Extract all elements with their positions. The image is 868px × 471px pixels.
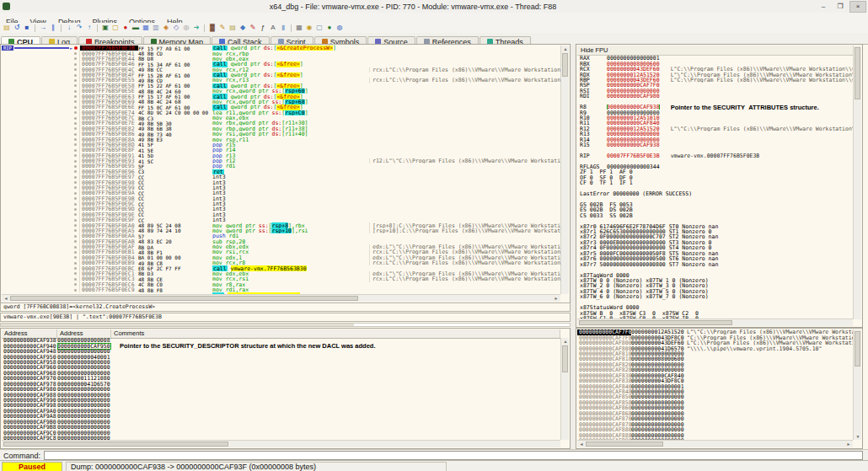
app-icon (3, 3, 10, 10)
disasm-address: 00007FF76B5F0EC9 (79, 287, 138, 292)
window-icon[interactable]: ▢ (315, 24, 324, 32)
status-detail: Dump: 0000000000CAF938 -> 0000000000CAF9… (66, 462, 447, 471)
row-dot-icon (74, 63, 77, 66)
disasm-comment: [rsp+10]:C:\\Program Files (x86)\\VMware… (369, 228, 560, 233)
row-dot-icon (74, 52, 77, 55)
cpu-icon[interactable]: ▣ (101, 24, 110, 32)
references-icon[interactable]: ◎ (182, 24, 190, 32)
dump-horizontal-scrollbar[interactable] (2, 440, 560, 447)
rip-marker: RIP (2, 45, 13, 51)
scroll-up-icon[interactable]: ▲ (561, 338, 570, 345)
bookmarks-icon[interactable]: ◆ (238, 24, 247, 32)
row-dot-icon (74, 90, 77, 93)
registers-horizontal-scrollbar[interactable] (577, 318, 853, 326)
run-icon[interactable]: → (39, 24, 47, 32)
row-dot-icon (74, 79, 77, 82)
log-icon[interactable]: ▢ (111, 24, 120, 32)
scroll-right-icon[interactable]: ► (844, 441, 853, 447)
row-dot-icon (74, 272, 77, 275)
registers-panel: Hide FPU RAX0000000000000001RBX000000000… (576, 44, 863, 328)
dump-comment: Pointer to the SECURITY_DESCRIPTOR struc… (111, 342, 560, 350)
restart-icon[interactable]: ↺ (13, 24, 21, 32)
row-dot-icon (74, 267, 77, 270)
breakpoint-dot-icon[interactable] (74, 46, 78, 50)
row-dot-icon (74, 111, 77, 114)
row-dot-icon (74, 262, 77, 265)
scroll-up-icon[interactable]: ▲ (561, 45, 570, 52)
row-dot-icon (74, 154, 77, 157)
threads-icon[interactable]: ➔ (192, 24, 201, 32)
dump-header-address2[interactable]: Address (57, 329, 111, 338)
registers-vertical-scrollbar[interactable] (853, 45, 861, 319)
step-over-icon[interactable]: ↷ (75, 24, 83, 32)
dump-vertical-scrollbar[interactable]: ▲ (560, 338, 569, 440)
row-dot-icon (74, 219, 77, 222)
row-dot-icon (74, 57, 77, 60)
rip-arrowhead-icon: ► (70, 45, 72, 51)
labels-icon[interactable]: ▤ (228, 24, 237, 32)
breakpoints-icon[interactable]: ● (121, 24, 130, 32)
disasm-comment: rcx:L"C:\\Program Files (x86)\\VMware\\V… (369, 78, 560, 83)
register-comment: L"\"C:\\Program Files (x86)\\VMware\\VMw… (671, 126, 853, 131)
font-icon[interactable]: A (269, 24, 277, 32)
scroll-left-icon[interactable]: ◄ (577, 441, 586, 447)
row-dot-icon (74, 289, 77, 292)
toolbar-separator (61, 24, 62, 32)
execute-till-return-icon[interactable]: ↑ (85, 24, 94, 32)
row-dot-icon (74, 235, 77, 238)
bug-icon[interactable]: ● (325, 24, 334, 32)
memory-chip-icon[interactable]: ▦ (295, 24, 303, 32)
highlight-icon[interactable]: ▮ (279, 24, 287, 32)
register-comment: Pointer to the SECURITY_ATTRIBUTES struc… (671, 104, 819, 110)
row-dot-icon (74, 186, 77, 189)
open-file-icon[interactable]: ▤ (3, 24, 11, 32)
dump-header-address1[interactable]: Address (2, 329, 57, 338)
command-input[interactable] (44, 451, 863, 460)
disassembly-horizontal-scrollbar[interactable]: ◄ ► (2, 294, 560, 302)
stack-horizontal-scrollbar[interactable]: ◄ ► (577, 440, 853, 447)
menu-bar: FileViewDebugPluginsOptionsHelp (0, 13, 868, 23)
row-dot-icon (74, 68, 77, 71)
row-dot-icon (74, 197, 77, 200)
symbols-icon[interactable]: ◈ (162, 24, 170, 32)
source-icon[interactable]: ◇ (172, 24, 180, 32)
bulb-icon[interactable]: ◉ (305, 24, 313, 32)
info-icon[interactable]: ◍ (335, 24, 344, 32)
close-button[interactable]: × (849, 1, 866, 13)
register-comment: vmware-vmx.00007FF76B5F0E3B (671, 153, 760, 158)
row-dot-icon (74, 176, 77, 179)
stack-vertical-scrollbar[interactable]: ▼ (853, 329, 861, 440)
row-dot-icon (74, 127, 77, 130)
row-dot-icon (74, 138, 77, 141)
row-dot-icon (74, 95, 77, 98)
status-badge: Paused (2, 462, 62, 471)
window-title: x64_dbg - File: vmware-vmx.exe - PID: 77… (10, 3, 816, 11)
eraser-icon[interactable]: ✎ (249, 24, 257, 32)
toolbar-separator (97, 24, 98, 32)
fx-icon[interactable]: ƒ (259, 24, 267, 32)
scroll-left-icon[interactable]: ◄ (2, 295, 10, 302)
pause-icon[interactable]: ∥ (49, 24, 57, 32)
hide-fpu-button[interactable]: Hide FPU (577, 45, 853, 56)
call-stack-icon[interactable]: ▦ (142, 24, 150, 32)
row-dot-icon (74, 246, 77, 249)
memory-map-icon[interactable]: ▬ (131, 24, 140, 32)
scroll-down-icon[interactable]: ▼ (854, 433, 862, 440)
row-dot-icon (74, 84, 77, 87)
script-icon[interactable]: ▥ (152, 24, 160, 32)
rip-arrow (14, 47, 69, 49)
disassembly-vertical-scrollbar[interactable]: ▲ (560, 45, 569, 294)
step-into-icon[interactable]: ↓ (65, 24, 73, 32)
row-dot-icon (74, 170, 77, 173)
patches-icon[interactable]: ▓ (208, 24, 217, 32)
dump-header-comments[interactable]: Comments (111, 329, 560, 338)
scroll-right-icon[interactable]: ► (552, 295, 560, 302)
comments-icon[interactable]: ✎ (218, 24, 227, 32)
restore-button[interactable]: ❐ (833, 2, 848, 12)
stop-icon[interactable]: ■ (23, 24, 31, 32)
minimize-button[interactable]: – (816, 2, 831, 12)
row-dot-icon (74, 100, 77, 103)
disassembly-rows: RIP►00007FF76B5F0E3BFF 15 F7 A9 61 00cal… (2, 45, 560, 294)
register-name: RDI (580, 94, 607, 99)
stack-rows: 0000000000CAF7F00000000012A51520L"\"C:\\… (577, 329, 853, 440)
